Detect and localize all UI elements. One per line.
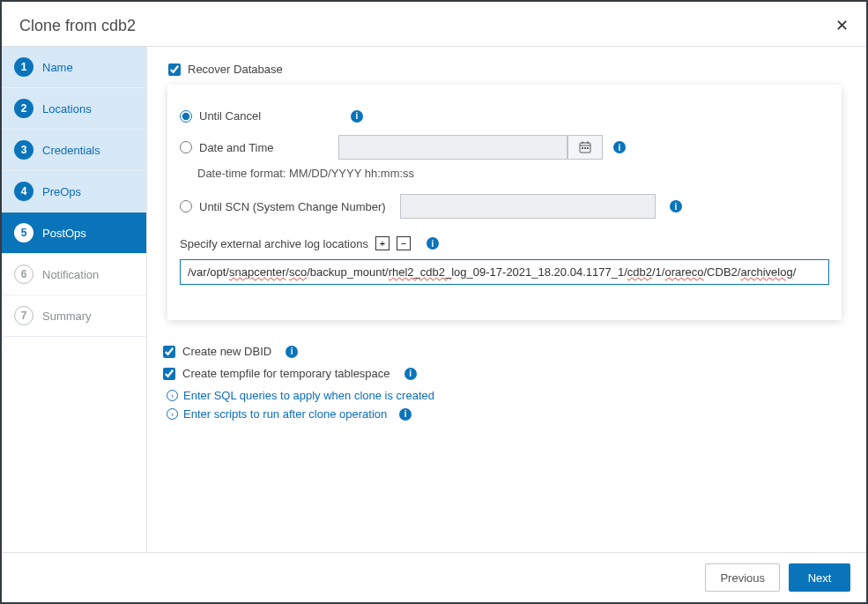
clone-dialog: Clone from cdb2 ✕ 1Name2Locations3Creden…: [0, 0, 868, 604]
tempfile-checkbox[interactable]: [163, 368, 175, 380]
step-label: Summary: [42, 309, 92, 323]
close-button[interactable]: ✕: [835, 16, 849, 35]
tempfile-label: Create tempfile for temporary tablespace: [182, 367, 390, 380]
date-time-label: Date and Time: [199, 141, 274, 154]
until-cancel-label: Until Cancel: [199, 109, 261, 123]
calendar-icon: [579, 141, 591, 153]
calendar-button[interactable]: [568, 135, 603, 160]
until-scn-label: Until SCN (System Change Number): [199, 200, 386, 213]
step-number-badge: 5: [14, 223, 33, 242]
svg-rect-4: [582, 147, 583, 149]
chevron-right-icon: ›: [167, 390, 178, 401]
sql-queries-label: Enter SQL queries to apply when clone is…: [183, 389, 434, 402]
until-cancel-info-icon[interactable]: i: [351, 110, 363, 123]
until-cancel-row: Until Cancel i: [180, 109, 829, 123]
wizard-step-preops[interactable]: 4PreOps: [2, 171, 146, 213]
step-number-badge: 6: [14, 265, 33, 284]
wizard-sidebar: 1Name2Locations3Credentials4PreOps5PostO…: [2, 47, 147, 552]
scripts-label: Enter scripts to run after clone operati…: [183, 407, 387, 421]
step-label: Name: [42, 61, 73, 74]
wizard-step-summary: 7Summary: [2, 295, 146, 337]
step-number-badge: 7: [14, 306, 33, 325]
new-dbid-checkbox[interactable]: [163, 346, 175, 358]
previous-button[interactable]: Previous: [705, 563, 780, 592]
date-time-radio[interactable]: [180, 141, 192, 153]
scn-info-icon[interactable]: i: [670, 200, 682, 213]
step-label: PostOps: [42, 227, 86, 240]
wizard-step-name[interactable]: 1Name: [2, 47, 146, 88]
tempfile-row: Create tempfile for temporary tablespace…: [163, 367, 842, 380]
until-cancel-radio[interactable]: [180, 110, 192, 123]
dialog-footer: Previous Next: [2, 552, 866, 602]
recover-database-row: Recover Database: [168, 63, 842, 76]
step-label: Notification: [42, 268, 99, 281]
archive-log-spec-row: Specify external archive log locations +…: [180, 236, 829, 250]
remove-location-button[interactable]: −: [397, 236, 411, 250]
wizard-step-postops[interactable]: 5PostOps: [2, 213, 146, 254]
date-format-hint: Date-time format: MM/DD/YYYY hh:mm:ss: [197, 167, 829, 180]
archive-log-label: Specify external archive log locations: [180, 237, 368, 250]
until-scn-row: Until SCN (System Change Number) i: [180, 194, 829, 219]
tempfile-info-icon[interactable]: i: [404, 368, 417, 380]
dialog-content: Recover Database Until Cancel i Date and…: [147, 47, 866, 552]
wizard-step-notification: 6Notification: [2, 254, 146, 295]
scn-input[interactable]: [400, 194, 656, 219]
until-scn-radio[interactable]: [180, 200, 192, 213]
step-number-badge: 4: [14, 182, 33, 201]
step-label: Locations: [42, 102, 92, 116]
wizard-step-locations[interactable]: 2Locations: [2, 88, 146, 130]
step-number-badge: 1: [14, 57, 33, 77]
new-dbid-row: Create new DBID i: [163, 345, 842, 358]
step-label: PreOps: [42, 185, 81, 198]
step-number-badge: 3: [14, 140, 33, 160]
date-time-input[interactable]: [338, 135, 568, 160]
new-dbid-label: Create new DBID: [182, 345, 271, 358]
dialog-body: 1Name2Locations3Credentials4PreOps5PostO…: [2, 47, 866, 552]
svg-rect-6: [587, 147, 589, 149]
scripts-info-icon[interactable]: i: [399, 408, 412, 421]
date-time-info-icon[interactable]: i: [613, 141, 626, 153]
archive-log-path-input[interactable]: /var/opt/snapcenter/sco/backup_mount/rhe…: [180, 259, 829, 285]
dialog-header: Clone from cdb2 ✕: [2, 2, 866, 47]
new-dbid-info-icon[interactable]: i: [286, 346, 298, 358]
recover-database-label: Recover Database: [188, 63, 283, 76]
archive-log-info-icon[interactable]: i: [427, 237, 439, 250]
next-button[interactable]: Next: [789, 563, 850, 592]
recover-options-card: Until Cancel i Date and Time i Date-tim: [167, 85, 842, 320]
date-time-row: Date and Time i: [180, 135, 829, 160]
wizard-step-credentials[interactable]: 3Credentials: [2, 130, 146, 171]
step-label: Credentials: [42, 144, 100, 157]
recover-database-checkbox[interactable]: [168, 63, 181, 76]
step-number-badge: 2: [14, 99, 33, 118]
chevron-right-icon: ›: [167, 408, 178, 420]
svg-rect-5: [584, 147, 586, 149]
sql-queries-expander[interactable]: › Enter SQL queries to apply when clone …: [167, 389, 842, 402]
dialog-title: Clone from cdb2: [19, 17, 136, 35]
scripts-expander[interactable]: › Enter scripts to run after clone opera…: [167, 407, 842, 421]
add-location-button[interactable]: +: [375, 236, 389, 250]
